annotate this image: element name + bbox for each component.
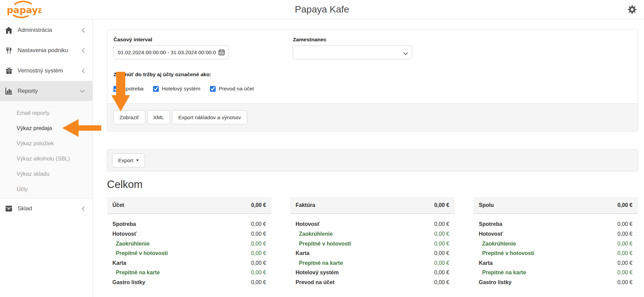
- table-row: Gastro lístky 0,00 €: [107, 278, 272, 288]
- row-label: Prepitné na karte: [479, 270, 526, 276]
- table-row: Spotreba 0,00 €: [107, 219, 272, 229]
- chevron-left-icon: [81, 28, 85, 33]
- row-value: 0,00 €: [434, 231, 449, 237]
- row-label: Hotovosť: [479, 231, 503, 237]
- sidebar-item-reporty[interactable]: Reporty: [0, 81, 92, 101]
- revenue-include-checkbox[interactable]: Prevod na účet: [210, 86, 254, 92]
- export-toolbar: Export: [107, 149, 638, 171]
- row-label: Prepitné v hotovosti: [296, 241, 351, 247]
- summary-tables: Účet 0,00 € Spotreba 0,00 € Hotovosť 0,0…: [107, 197, 638, 287]
- chevron-left-icon: [81, 48, 85, 53]
- main-content: Časový interval: [93, 19, 644, 297]
- table-row: Prepitné v hotovosti 0,00 €: [473, 249, 638, 258]
- row-value: 0,00 €: [434, 241, 449, 247]
- row-value: 0,00 €: [434, 270, 449, 276]
- row-value: 0,00 €: [251, 241, 266, 247]
- checkbox-input[interactable]: [210, 86, 216, 92]
- chevron-left-icon: [81, 68, 85, 73]
- chevron-down-icon: [80, 89, 85, 93]
- table-row: Hotovosť 0,00 €: [473, 229, 638, 239]
- table-total: 0,00 €: [618, 202, 632, 208]
- bar-chart-icon: [3, 87, 14, 95]
- sidebar-subitem-label: Výkaz predaja: [17, 125, 52, 131]
- summary-table-faktura: Faktúra 0,00 € Hotovosť 0,00 € Zaokrúhle…: [290, 197, 455, 287]
- checkbox-label: Hotelový systém: [162, 86, 200, 92]
- table-row: Prevod na účet 0,00 €: [290, 278, 455, 288]
- table-row: Gastro lístky 0,00 €: [473, 278, 638, 288]
- row-value: 0,00 €: [251, 260, 266, 266]
- row-value: 0,00 €: [618, 231, 632, 237]
- settings-gear-icon[interactable]: [627, 4, 637, 15]
- table-title: Spolu: [479, 202, 494, 208]
- sidebar-subitem[interactable]: Výkaz predaja: [0, 121, 92, 136]
- table-row: Prepitné na karte 0,00 €: [473, 268, 638, 278]
- table-row: Prepitné na karte 0,00 €: [290, 258, 455, 268]
- row-value: 0,00 €: [618, 221, 632, 227]
- table-row: Hotovosť 0,00 €: [107, 229, 272, 239]
- time-interval-input[interactable]: [113, 45, 229, 59]
- row-value: 0,00 €: [434, 279, 449, 285]
- sidebar-subitem[interactable]: Výkaz skladu: [0, 166, 92, 182]
- table-row: Prepitné na karte 0,00 €: [107, 268, 272, 278]
- table-row: Karta 0,00 €: [107, 258, 272, 268]
- row-value: 0,00 €: [251, 250, 266, 256]
- filter-panel-footer: Zobraziť XML Export nákladov a výnosov: [107, 103, 638, 131]
- table-row: Prepitné v hotovosti 0,00 €: [107, 249, 272, 258]
- sidebar-subitem[interactable]: Výkaz alkoholu (SBL): [0, 151, 92, 166]
- table-row: Hotelový systém 0,00 €: [290, 268, 455, 278]
- row-label: Prepitné v hotovosti: [479, 250, 534, 256]
- row-label: Zaokrúhlenie: [479, 241, 516, 247]
- row-label: Prepitné na karte: [296, 260, 343, 266]
- table-row: Hotovosť 0,00 €: [290, 219, 455, 229]
- row-value: 0,00 €: [618, 241, 632, 247]
- table-title: Faktúra: [296, 202, 315, 208]
- reporty-submenu: Email reporty Výkaz predaja Výkaz položi…: [0, 101, 92, 198]
- checkbox-input[interactable]: [153, 86, 159, 92]
- sidebar-item-administracia[interactable]: Administrácia: [0, 20, 92, 40]
- xml-button[interactable]: XML: [147, 110, 170, 124]
- row-value: 0,00 €: [251, 270, 266, 276]
- sidebar-subitem[interactable]: Email reporty: [0, 105, 92, 121]
- row-label: Spotreba: [112, 221, 136, 227]
- section-heading-celkom: Celkom: [107, 179, 638, 190]
- show-button[interactable]: Zobraziť: [113, 110, 145, 124]
- sidebar-subitem-label: Výkaz alkoholu (SBL): [17, 155, 70, 162]
- sidebar-item-vernostny-system[interactable]: Vernostný systém: [0, 61, 92, 81]
- row-value: 0,00 €: [618, 270, 632, 276]
- export-costs-revenues-button[interactable]: Export nákladov a výnosov: [172, 110, 247, 124]
- include-revenue-label: Zahrnúť do tržby aj účty označené ako:: [113, 71, 631, 78]
- checkbox-label: Prevod na účet: [219, 86, 254, 92]
- employee-select[interactable]: [293, 45, 412, 59]
- gift-icon: [3, 67, 14, 75]
- filter-panel: Časový interval: [107, 29, 638, 131]
- time-interval-label: Časový interval: [113, 37, 293, 43]
- table-total: 0,00 €: [434, 202, 449, 208]
- sidebar-item-sklad[interactable]: Sklad: [0, 198, 92, 219]
- page-title: Papaya Kafe: [0, 0, 644, 19]
- row-label: Hotelový systém: [296, 270, 339, 276]
- row-label: Hotovosť: [296, 221, 320, 227]
- utensils-icon: [3, 46, 14, 55]
- export-dropdown-button[interactable]: Export: [112, 153, 145, 167]
- row-label: Zaokrúhlenie: [296, 231, 333, 237]
- sidebar-subitem-label: Email reporty: [17, 110, 49, 116]
- table-title: Účet: [112, 202, 124, 208]
- sidebar-subitem[interactable]: Výkaz položiek: [0, 136, 92, 151]
- checkbox-label: Spotreba: [122, 86, 144, 92]
- row-value: 0,00 €: [618, 279, 632, 285]
- row-value: 0,00 €: [618, 260, 632, 266]
- table-row: Zaokrúhlenie 0,00 €: [290, 229, 455, 239]
- table-row: Karta 0,00 €: [473, 258, 638, 268]
- row-label: Karta: [296, 250, 309, 256]
- row-label: Gastro lístky: [479, 279, 512, 285]
- table-total: 0,00 €: [251, 202, 266, 208]
- sidebar-subitem[interactable]: Účty: [0, 182, 92, 197]
- revenue-include-checkbox[interactable]: Hotelový systém: [153, 86, 200, 92]
- revenue-include-checkbox[interactable]: Spotreba: [113, 86, 144, 92]
- row-label: Prepitné na karte: [112, 270, 160, 276]
- row-label: Gastro lístky: [112, 279, 145, 285]
- checkbox-input[interactable]: [113, 86, 119, 92]
- sidebar-item-nastavenia-podniku[interactable]: Nastavenia podniku: [0, 40, 92, 61]
- summary-table-ucet: Účet 0,00 € Spotreba 0,00 € Hotovosť 0,0…: [107, 197, 272, 287]
- row-value: 0,00 €: [251, 231, 266, 237]
